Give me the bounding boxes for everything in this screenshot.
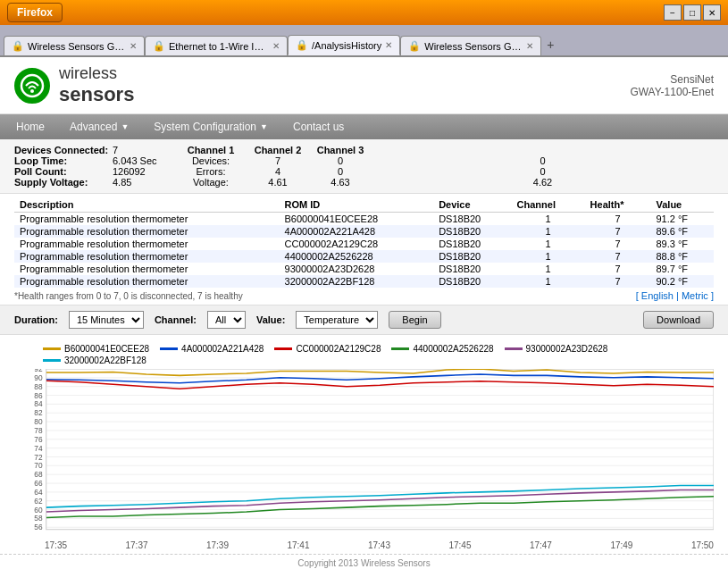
close-button[interactable]: ✕ bbox=[703, 4, 721, 21]
svg-text:88: 88 bbox=[34, 383, 43, 391]
new-tab-button[interactable]: + bbox=[541, 34, 559, 55]
supply-voltage-label: Supply Voltage: bbox=[14, 177, 88, 188]
ch1-errors: 4 bbox=[247, 166, 309, 177]
col-channel: Channel bbox=[512, 197, 585, 213]
ch2-devices: 0 bbox=[309, 155, 372, 166]
col-value: Value bbox=[650, 197, 714, 213]
svg-text:72: 72 bbox=[34, 454, 43, 462]
x-label: 17:35 bbox=[45, 540, 67, 550]
col-health: Health* bbox=[585, 197, 651, 213]
nav-advanced[interactable]: Advanced ▼ bbox=[57, 114, 141, 139]
lang-metric[interactable]: Metric bbox=[682, 290, 708, 301]
col-device: Device bbox=[433, 197, 511, 213]
svg-text:66: 66 bbox=[34, 480, 43, 488]
table-row: Programmable resolution thermometer CC00… bbox=[14, 238, 714, 250]
svg-text:58: 58 bbox=[34, 515, 43, 523]
tab-1[interactable]: 🔒 Ethernet to 1-Wire Interface ✕ bbox=[145, 36, 288, 55]
nav-advanced-label: Advanced bbox=[70, 121, 117, 133]
ch3-voltage: 4.62 bbox=[372, 177, 714, 188]
cell-desc: Programmable resolution thermometer bbox=[14, 213, 280, 226]
table-row: Programmable resolution thermometer 4400… bbox=[14, 250, 714, 263]
tab-icon-3: 🔒 bbox=[408, 40, 421, 52]
channel-select[interactable]: All bbox=[207, 311, 246, 329]
tab-0[interactable]: 🔒 Wireless Sensors Gateway ... ✕ bbox=[4, 36, 145, 55]
tab-3[interactable]: 🔒 Wireless Sensors Gateway ... ✕ bbox=[400, 36, 541, 55]
ch2-errors: 0 bbox=[309, 166, 372, 177]
cell-value: 89.3 °F bbox=[650, 238, 714, 250]
legend-item: CC000002A2129C28 bbox=[274, 344, 381, 354]
tab-label-2: /AnalysisHistory bbox=[312, 40, 381, 51]
tab-label-3: Wireless Sensors Gateway ... bbox=[424, 41, 523, 52]
logo-top: wireless bbox=[59, 64, 134, 83]
cell-device: DS18B20 bbox=[433, 225, 511, 238]
health-note: *Health ranges from 0 to 7, 0 is disconn… bbox=[14, 291, 243, 301]
chart-svg: 56586062646668707274767880828486889092 bbox=[7, 369, 714, 539]
svg-text:86: 86 bbox=[34, 392, 43, 400]
cell-channel: 1 bbox=[512, 250, 585, 263]
x-label: 17:37 bbox=[125, 540, 147, 550]
cell-channel: 1 bbox=[512, 225, 585, 238]
poll-count-value: 126092 bbox=[113, 166, 175, 177]
controls-section: Duration: 15 Minutes Channel: All Value:… bbox=[0, 305, 728, 335]
tab-close-1[interactable]: ✕ bbox=[272, 41, 280, 51]
table-row: Programmable resolution thermometer 3200… bbox=[14, 275, 714, 288]
duration-select[interactable]: 15 Minutes bbox=[69, 311, 144, 329]
cell-health: 7 bbox=[585, 263, 651, 275]
cell-rom: B60000041E0CEE28 bbox=[280, 213, 434, 226]
maximize-button[interactable]: □ bbox=[683, 4, 701, 21]
svg-text:92: 92 bbox=[34, 369, 43, 373]
cell-value: 88.8 °F bbox=[650, 250, 714, 263]
devices-connected-label: Devices Connected: bbox=[14, 145, 108, 155]
logo-icon bbox=[14, 68, 50, 104]
nav-contact[interactable]: Contact us bbox=[280, 114, 356, 139]
nav-home[interactable]: Home bbox=[4, 114, 57, 139]
supply-voltage-value: 4.85 bbox=[113, 177, 175, 188]
sensors-table: Description ROM ID Device Channel Health… bbox=[14, 197, 714, 288]
cell-device: DS18B20 bbox=[433, 250, 511, 263]
tab-close-2[interactable]: ✕ bbox=[385, 40, 392, 50]
cell-device: DS18B20 bbox=[433, 238, 511, 250]
ch2-voltage: 4.63 bbox=[309, 177, 372, 188]
legend-item: B60000041E0CEE28 bbox=[43, 344, 149, 354]
devices-connected-value: 7 bbox=[113, 145, 175, 155]
cell-device: DS18B20 bbox=[433, 275, 511, 288]
cell-value: 90.2 °F bbox=[650, 275, 714, 288]
svg-text:62: 62 bbox=[34, 498, 43, 506]
minimize-button[interactable]: − bbox=[664, 4, 682, 21]
svg-text:68: 68 bbox=[34, 471, 43, 479]
lang-links: [ English | Metric ] bbox=[636, 290, 714, 301]
firefox-button[interactable]: Firefox bbox=[7, 3, 63, 22]
svg-text:74: 74 bbox=[34, 445, 43, 453]
table-row: Programmable resolution thermometer 9300… bbox=[14, 263, 714, 275]
navbar: Home Advanced ▼ System Configuration ▼ C… bbox=[0, 114, 728, 139]
svg-text:84: 84 bbox=[34, 401, 43, 409]
table-row: Programmable resolution thermometer 4A00… bbox=[14, 225, 714, 238]
tab-label-1: Ethernet to 1-Wire Interface bbox=[169, 41, 269, 52]
download-button[interactable]: Download bbox=[643, 311, 714, 329]
nav-sysconfig[interactable]: System Configuration ▼ bbox=[141, 114, 280, 139]
loop-time-value: 6.043 Sec bbox=[113, 155, 175, 166]
tab-close-0[interactable]: ✕ bbox=[130, 41, 137, 51]
begin-button[interactable]: Begin bbox=[389, 311, 440, 329]
logo-text: wireless sensors bbox=[59, 64, 134, 106]
x-label: 17:39 bbox=[206, 540, 229, 550]
errors-label: Errors: bbox=[175, 166, 247, 177]
channel-label: Channel: bbox=[155, 314, 197, 325]
svg-text:56: 56 bbox=[34, 523, 43, 531]
cell-device: DS18B20 bbox=[433, 213, 511, 226]
tab-2[interactable]: 🔒 /AnalysisHistory ✕ bbox=[288, 35, 400, 55]
nav-sysconfig-arrow: ▼ bbox=[260, 122, 268, 131]
browser-content: wireless sensors SensiNet GWAY-1100-Enet… bbox=[0, 55, 728, 569]
poll-count-label: Poll Count: bbox=[14, 166, 67, 177]
ch1-header: Channel 1 bbox=[175, 145, 247, 155]
x-axis-labels: 17:3517:3717:3917:4117:4317:4517:4717:49… bbox=[7, 540, 714, 550]
cell-rom: CC000002A2129C28 bbox=[280, 238, 434, 250]
svg-text:78: 78 bbox=[34, 427, 43, 435]
titlebar: Firefox − □ ✕ bbox=[0, 0, 728, 25]
devices-label: Devices: bbox=[175, 155, 247, 166]
lang-english[interactable]: English bbox=[641, 290, 674, 301]
chart-section: B60000041E0CEE284A000002A221A428CC000002… bbox=[0, 335, 728, 554]
tab-close-3[interactable]: ✕ bbox=[526, 41, 533, 51]
value-label: Value: bbox=[256, 314, 285, 325]
value-select[interactable]: Temperature bbox=[296, 311, 378, 329]
